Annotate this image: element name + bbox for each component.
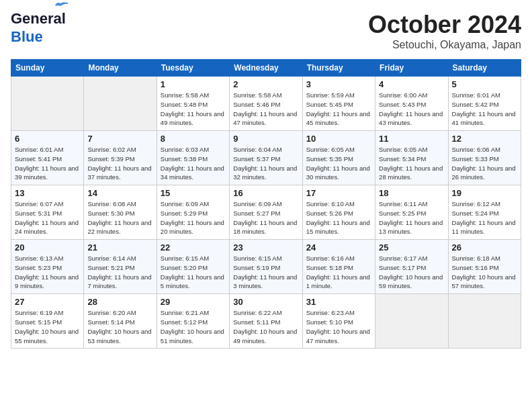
calendar-cell: 19Sunrise: 6:12 AMSunset: 5:24 PMDayligh… — [448, 185, 521, 240]
day-number: 10 — [306, 134, 371, 144]
calendar-cell: 25Sunrise: 6:17 AMSunset: 5:17 PMDayligh… — [375, 240, 448, 294]
cell-info: Sunrise: 6:09 AMSunset: 5:29 PMDaylight:… — [161, 199, 226, 236]
day-number: 13 — [15, 188, 80, 198]
day-number: 12 — [452, 134, 517, 144]
calendar-cell: 29Sunrise: 6:21 AMSunset: 5:12 PMDayligh… — [157, 294, 229, 349]
day-number: 17 — [306, 188, 371, 198]
day-number: 26 — [452, 242, 517, 253]
cell-info: Sunrise: 5:58 AMSunset: 5:48 PMDaylight:… — [161, 91, 226, 128]
day-number: 20 — [15, 242, 80, 253]
calendar-cell: 21Sunrise: 6:14 AMSunset: 5:21 PMDayligh… — [84, 240, 157, 294]
cell-info: Sunrise: 5:59 AMSunset: 5:45 PMDaylight:… — [306, 91, 371, 128]
calendar-cell: 1Sunrise: 5:58 AMSunset: 5:48 PMDaylight… — [157, 77, 229, 131]
cell-info: Sunrise: 6:06 AMSunset: 5:33 PMDaylight:… — [452, 145, 517, 182]
cell-info: Sunrise: 6:18 AMSunset: 5:16 PMDaylight:… — [452, 254, 517, 291]
day-number: 1 — [161, 79, 226, 89]
cell-info: Sunrise: 6:09 AMSunset: 5:27 PMDaylight:… — [233, 199, 298, 236]
day-number: 31 — [306, 297, 371, 307]
day-number: 11 — [379, 134, 444, 144]
calendar-cell: 30Sunrise: 6:22 AMSunset: 5:11 PMDayligh… — [230, 294, 302, 349]
cell-info: Sunrise: 6:02 AMSunset: 5:39 PMDaylight:… — [87, 145, 152, 182]
day-number: 24 — [306, 242, 371, 253]
logo: General Blue — [11, 11, 66, 46]
calendar-cell: 17Sunrise: 6:10 AMSunset: 5:26 PMDayligh… — [302, 185, 375, 240]
cell-info: Sunrise: 6:01 AMSunset: 5:42 PMDaylight:… — [452, 91, 517, 128]
day-number: 28 — [87, 297, 152, 307]
cell-info: Sunrise: 6:15 AMSunset: 5:19 PMDaylight:… — [233, 254, 298, 291]
day-number: 16 — [233, 188, 298, 198]
cell-info: Sunrise: 6:05 AMSunset: 5:34 PMDaylight:… — [379, 145, 444, 182]
calendar-cell: 7Sunrise: 6:02 AMSunset: 5:39 PMDaylight… — [84, 131, 157, 185]
bird-icon — [54, 1, 69, 10]
calendar-week-row: 6Sunrise: 6:01 AMSunset: 5:41 PMDaylight… — [11, 131, 521, 185]
calendar-week-row: 13Sunrise: 6:07 AMSunset: 5:31 PMDayligh… — [11, 185, 521, 240]
day-number: 23 — [233, 242, 298, 253]
day-number: 27 — [15, 297, 80, 307]
cell-info: Sunrise: 6:03 AMSunset: 5:38 PMDaylight:… — [161, 145, 226, 182]
day-number: 7 — [87, 134, 152, 144]
day-number: 14 — [87, 188, 152, 198]
calendar-cell: 28Sunrise: 6:20 AMSunset: 5:14 PMDayligh… — [84, 294, 157, 349]
day-number: 29 — [161, 297, 226, 307]
calendar-cell: 14Sunrise: 6:08 AMSunset: 5:30 PMDayligh… — [84, 185, 157, 240]
day-number: 15 — [161, 188, 226, 198]
calendar-cell: 16Sunrise: 6:09 AMSunset: 5:27 PMDayligh… — [230, 185, 302, 240]
day-number: 18 — [379, 188, 444, 198]
day-number: 19 — [452, 188, 517, 198]
month-title: October 2024 — [368, 11, 521, 39]
logo-text: General — [11, 11, 66, 27]
calendar-cell: 5Sunrise: 6:01 AMSunset: 5:42 PMDaylight… — [448, 77, 521, 131]
day-number: 2 — [233, 79, 298, 89]
cell-info: Sunrise: 6:11 AMSunset: 5:25 PMDaylight:… — [379, 199, 444, 236]
calendar-cell: 22Sunrise: 6:15 AMSunset: 5:20 PMDayligh… — [157, 240, 229, 294]
calendar-cell — [375, 294, 448, 349]
cell-info: Sunrise: 6:15 AMSunset: 5:20 PMDaylight:… — [161, 254, 226, 291]
cell-info: Sunrise: 6:13 AMSunset: 5:23 PMDaylight:… — [15, 254, 80, 291]
calendar-cell: 8Sunrise: 6:03 AMSunset: 5:38 PMDaylight… — [157, 131, 229, 185]
cell-info: Sunrise: 6:08 AMSunset: 5:30 PMDaylight:… — [87, 199, 152, 236]
page-header: General Blue October 2024 Setouchi, Okay… — [11, 11, 521, 51]
weekday-header: Thursday — [302, 60, 375, 77]
day-number: 4 — [379, 79, 444, 89]
weekday-header: Monday — [84, 60, 157, 77]
cell-info: Sunrise: 6:10 AMSunset: 5:26 PMDaylight:… — [306, 199, 371, 236]
calendar-cell: 27Sunrise: 6:19 AMSunset: 5:15 PMDayligh… — [11, 294, 84, 349]
calendar-table: SundayMondayTuesdayWednesdayThursdayFrid… — [11, 59, 521, 349]
cell-info: Sunrise: 6:04 AMSunset: 5:37 PMDaylight:… — [233, 145, 298, 182]
weekday-header: Saturday — [448, 60, 521, 77]
calendar-cell: 6Sunrise: 6:01 AMSunset: 5:41 PMDaylight… — [11, 131, 84, 185]
location-title: Setouchi, Okayama, Japan — [368, 39, 521, 51]
weekday-header: Wednesday — [230, 60, 302, 77]
calendar-cell: 9Sunrise: 6:04 AMSunset: 5:37 PMDaylight… — [230, 131, 302, 185]
day-number: 21 — [87, 242, 152, 253]
calendar-cell: 26Sunrise: 6:18 AMSunset: 5:16 PMDayligh… — [448, 240, 521, 294]
calendar-week-row: 1Sunrise: 5:58 AMSunset: 5:48 PMDaylight… — [11, 77, 521, 131]
title-section: October 2024 Setouchi, Okayama, Japan — [368, 11, 521, 51]
cell-info: Sunrise: 6:14 AMSunset: 5:21 PMDaylight:… — [87, 254, 152, 291]
cell-info: Sunrise: 6:12 AMSunset: 5:24 PMDaylight:… — [452, 199, 517, 236]
cell-info: Sunrise: 6:16 AMSunset: 5:18 PMDaylight:… — [306, 254, 371, 291]
weekday-header: Friday — [375, 60, 448, 77]
calendar-cell: 31Sunrise: 6:23 AMSunset: 5:10 PMDayligh… — [302, 294, 375, 349]
cell-info: Sunrise: 6:01 AMSunset: 5:41 PMDaylight:… — [15, 145, 80, 182]
logo-subtext: Blue — [11, 28, 43, 46]
calendar-week-row: 27Sunrise: 6:19 AMSunset: 5:15 PMDayligh… — [11, 294, 521, 349]
cell-info: Sunrise: 6:22 AMSunset: 5:11 PMDaylight:… — [233, 308, 298, 345]
calendar-cell: 18Sunrise: 6:11 AMSunset: 5:25 PMDayligh… — [375, 185, 448, 240]
calendar-cell: 4Sunrise: 6:00 AMSunset: 5:43 PMDaylight… — [375, 77, 448, 131]
day-number: 3 — [306, 79, 371, 89]
day-number: 25 — [379, 242, 444, 253]
calendar-cell — [11, 77, 84, 131]
day-number: 30 — [233, 297, 298, 307]
calendar-cell: 24Sunrise: 6:16 AMSunset: 5:18 PMDayligh… — [302, 240, 375, 294]
calendar-cell: 15Sunrise: 6:09 AMSunset: 5:29 PMDayligh… — [157, 185, 229, 240]
calendar-cell: 13Sunrise: 6:07 AMSunset: 5:31 PMDayligh… — [11, 185, 84, 240]
calendar-cell — [448, 294, 521, 349]
cell-info: Sunrise: 6:19 AMSunset: 5:15 PMDaylight:… — [15, 308, 80, 345]
day-number: 6 — [15, 134, 80, 144]
calendar-cell: 10Sunrise: 6:05 AMSunset: 5:35 PMDayligh… — [302, 131, 375, 185]
calendar-cell: 23Sunrise: 6:15 AMSunset: 5:19 PMDayligh… — [230, 240, 302, 294]
weekday-header: Tuesday — [157, 60, 229, 77]
weekday-header: Sunday — [11, 60, 84, 77]
cell-info: Sunrise: 6:07 AMSunset: 5:31 PMDaylight:… — [15, 199, 80, 236]
